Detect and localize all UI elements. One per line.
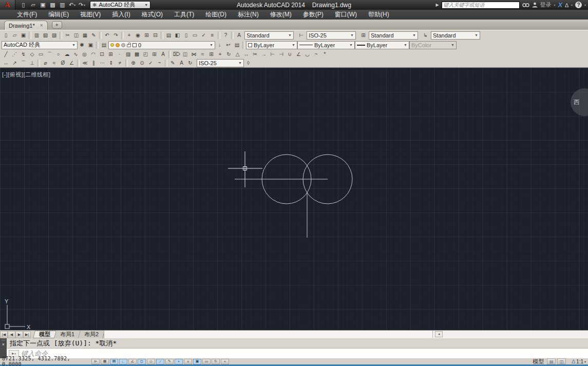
object-snap-tracking-toggle[interactable]: ∕ bbox=[156, 359, 164, 364]
chevron-down-icon[interactable]: ▾ bbox=[584, 360, 586, 363]
style-dropdown[interactable]: Standard▼ bbox=[431, 31, 480, 40]
redo-button[interactable]: ↷ bbox=[111, 31, 120, 39]
qat-open-button[interactable]: ▱ bbox=[28, 1, 38, 9]
dimension-text-edit-button[interactable]: A bbox=[177, 59, 186, 67]
menu-item[interactable]: 标注(N) bbox=[232, 10, 264, 20]
dimension-style-manager-button[interactable]: ◊ bbox=[244, 59, 253, 67]
markup-button[interactable]: ✓ bbox=[199, 31, 208, 39]
explode-button[interactable]: * bbox=[320, 50, 329, 58]
menu-item[interactable]: 编辑(E) bbox=[43, 10, 74, 20]
quickcalc-button[interactable]: ≡ bbox=[208, 31, 217, 39]
separator[interactable] bbox=[161, 32, 163, 39]
layer-properties-button[interactable]: ▤ bbox=[100, 41, 108, 49]
save-button[interactable]: ▣ bbox=[19, 31, 28, 39]
command-input[interactable] bbox=[21, 350, 588, 357]
menu-item[interactable]: 绘图(D) bbox=[200, 10, 232, 20]
ellipse-arc-button[interactable]: ◠ bbox=[89, 50, 98, 58]
join-button[interactable]: ∪ bbox=[286, 50, 294, 58]
mtext-button[interactable]: A bbox=[159, 50, 167, 58]
dimension-edit-button[interactable]: ✎ bbox=[168, 59, 177, 67]
table-style[interactable]: ⊞ bbox=[359, 31, 368, 39]
quick-view-layouts-button[interactable]: ▤ bbox=[547, 358, 556, 364]
transparency-toggle[interactable]: ▣ bbox=[193, 359, 201, 364]
separator[interactable] bbox=[99, 32, 102, 39]
close-command-window-icon[interactable]: × bbox=[2, 342, 5, 347]
tolerance-button[interactable]: ⊕ bbox=[129, 59, 138, 67]
file-tab-drawing1[interactable]: Drawing1* × bbox=[4, 21, 48, 30]
separator[interactable] bbox=[29, 32, 31, 39]
baseline-dimension-button[interactable]: ∥ bbox=[89, 59, 98, 67]
linetype-dropdown[interactable]: ByLayer ▼ bbox=[297, 41, 355, 49]
circle-button[interactable]: ○ bbox=[54, 50, 63, 58]
annotation-monitor-toggle[interactable]: + bbox=[221, 359, 229, 364]
line-button[interactable]: ╱ bbox=[2, 50, 10, 58]
style-dropdown[interactable]: ISO-25▼ bbox=[307, 31, 356, 40]
layer-dropdown[interactable]: 0 ▼ bbox=[108, 41, 215, 49]
continue-dimension-button[interactable]: ⋯ bbox=[98, 59, 107, 67]
help-button[interactable]: ? bbox=[221, 31, 230, 39]
prev-tab-button[interactable]: ◀ bbox=[8, 331, 15, 338]
gradient-button[interactable]: ▩ bbox=[132, 50, 141, 58]
model-space-button[interactable]: 模型 bbox=[531, 358, 545, 365]
dimension-update-button[interactable]: ↻ bbox=[186, 59, 195, 67]
linear-dimension-button[interactable]: ↔ bbox=[2, 59, 10, 67]
layout-tab[interactable]: 模型 bbox=[33, 331, 56, 338]
layer-on-icon[interactable] bbox=[110, 43, 114, 47]
search-expand-icon[interactable]: ▶ bbox=[435, 3, 439, 7]
color-dropdown[interactable]: ByLayer ▼ bbox=[246, 41, 297, 49]
sign-in-button[interactable]: 登录 bbox=[540, 1, 552, 9]
a360-caret-icon[interactable]: ▾ bbox=[571, 3, 573, 7]
lineweight-dropdown[interactable]: ByLayer ▼ bbox=[355, 41, 409, 49]
inspect-button[interactable]: ✓ bbox=[146, 59, 155, 67]
diameter-dimension-button[interactable]: Ø bbox=[59, 59, 67, 67]
exchange-apps-icon[interactable]: X bbox=[558, 1, 563, 9]
make-object-layer-current-button[interactable]: ↓ bbox=[215, 41, 224, 49]
polar-tracking-toggle[interactable]: ∠ bbox=[128, 359, 137, 364]
polygon-button[interactable]: ◇ bbox=[28, 50, 36, 58]
zoom-previous-button[interactable]: ⊟ bbox=[151, 31, 160, 39]
drag-grip-icon[interactable] bbox=[2, 339, 5, 341]
offset-button[interactable]: ≈ bbox=[198, 50, 207, 58]
cut-button[interactable]: ✂ bbox=[63, 31, 72, 39]
designcenter-button[interactable]: ◧ bbox=[173, 31, 182, 39]
chamfer-button[interactable]: ∠ bbox=[294, 50, 303, 58]
qat-plot-button[interactable]: ▥ bbox=[58, 1, 67, 9]
paste-button[interactable]: ▦ bbox=[81, 31, 89, 39]
array-button[interactable]: ⊞ bbox=[207, 50, 216, 58]
open-button[interactable]: ▱ bbox=[10, 31, 19, 39]
center-mark-button[interactable]: ⊙ bbox=[138, 59, 146, 67]
qat-new-button[interactable]: ▯ bbox=[18, 1, 28, 9]
publish-button[interactable]: ▨ bbox=[50, 31, 59, 39]
menu-item[interactable]: 窗口(W) bbox=[329, 10, 363, 20]
save-workspace-button[interactable]: ▣ bbox=[86, 41, 95, 49]
style-dropdown[interactable]: Standard▼ bbox=[369, 31, 418, 40]
angular-dimension-button[interactable]: ∠ bbox=[67, 59, 76, 67]
dimension-style-dropdown[interactable]: ISO-25▼ bbox=[197, 59, 244, 67]
qat-saveas-button[interactable]: ▩ bbox=[48, 1, 58, 9]
layout-tab[interactable]: 布局2 bbox=[79, 331, 105, 338]
blend-curves-button[interactable]: ~ bbox=[312, 50, 320, 58]
new-button[interactable]: ▯ bbox=[2, 31, 10, 39]
arc-length-button[interactable]: ⌒ bbox=[19, 59, 28, 67]
menu-item[interactable]: 文件(F) bbox=[11, 10, 43, 20]
grid-display-toggle[interactable]: ▤ bbox=[110, 359, 118, 364]
separator[interactable] bbox=[218, 32, 220, 39]
construction-line-button[interactable]: ⋰ bbox=[10, 50, 19, 58]
menu-item[interactable]: 参数(P) bbox=[297, 10, 329, 20]
dimension-space-button[interactable]: ⇕ bbox=[107, 59, 116, 67]
jogged-radius-button[interactable]: ≈ bbox=[50, 59, 59, 67]
break-at-point-button[interactable]: ⊢ bbox=[268, 50, 277, 58]
radius-dimension-button[interactable]: ⌀ bbox=[41, 59, 50, 67]
hatch-button[interactable]: ▨ bbox=[124, 50, 132, 58]
style-dropdown[interactable]: Standard▼ bbox=[244, 31, 294, 40]
menu-item[interactable]: 修改(M) bbox=[264, 10, 297, 20]
separator[interactable] bbox=[121, 32, 124, 39]
new-drawing-tab-button[interactable]: + bbox=[52, 21, 62, 29]
menu-item[interactable]: 插入(I) bbox=[106, 10, 136, 20]
make-block-button[interactable]: ⊞ bbox=[106, 50, 115, 58]
sheet-set-manager-button[interactable]: ▭ bbox=[191, 31, 199, 39]
help-icon[interactable]: ? bbox=[575, 2, 582, 8]
aligned-dimension-button[interactable]: ↗ bbox=[10, 59, 19, 67]
rotate-button[interactable]: ↻ bbox=[224, 50, 233, 58]
layer-previous-button[interactable]: ↩ bbox=[224, 41, 233, 49]
